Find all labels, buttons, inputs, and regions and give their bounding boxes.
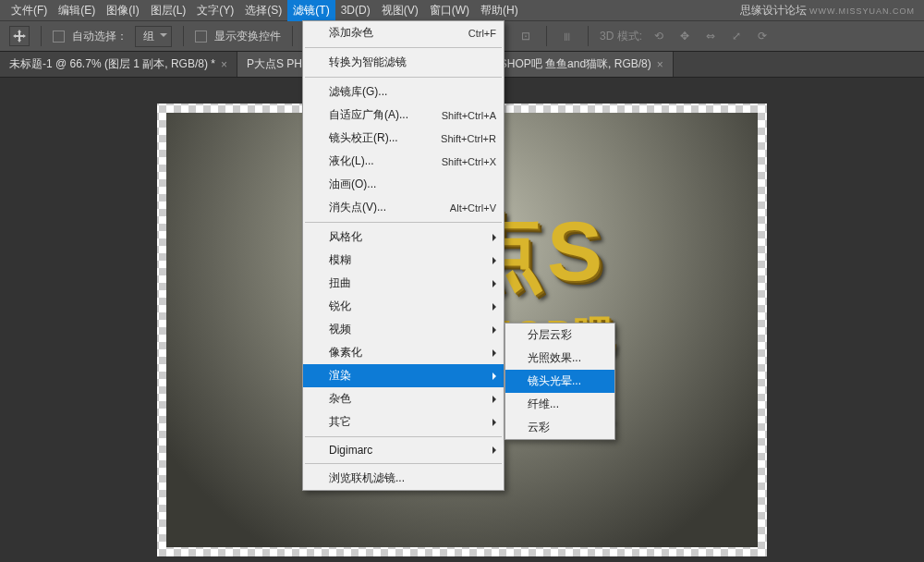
filter-digimarc[interactable]: Digimarc <box>303 440 504 460</box>
3d-scale-icon[interactable]: ⤢ <box>727 27 746 45</box>
auto-select-checkbox[interactable] <box>53 31 65 43</box>
3d-orbit-icon[interactable]: ⟲ <box>650 27 668 45</box>
show-transform-label: 显示变换控件 <box>214 29 281 44</box>
watermark-url: WWW.MISSYUAN.COM <box>809 6 915 16</box>
distribute-icon-3[interactable]: ⫼ <box>558 27 577 45</box>
menu-select[interactable]: 选择(S) <box>239 0 287 21</box>
menu-3d[interactable]: 3D(D) <box>335 1 376 19</box>
filter-lens-correct[interactable]: 镜头校正(R)...Shift+Ctrl+R <box>303 127 504 150</box>
3d-pan-icon[interactable]: ✥ <box>675 27 694 45</box>
render-lighting[interactable]: 光照效果... <box>505 347 614 370</box>
watermark: 思缘设计论坛 WWW.MISSYUAN.COM <box>740 3 915 18</box>
3d-mode-label: 3D 模式: <box>600 29 642 44</box>
move-tool-icon[interactable] <box>9 26 30 46</box>
filter-repeat[interactable]: 添加杂色Ctrl+F <box>303 21 504 44</box>
menu-layer[interactable]: 图层(L) <box>145 0 192 21</box>
filter-render[interactable]: 渲染 <box>303 364 504 387</box>
render-lens-flare[interactable]: 镜头光晕... <box>505 370 614 393</box>
menu-view[interactable]: 视图(V) <box>376 0 424 21</box>
filter-oilpaint[interactable]: 油画(O)... <box>303 173 504 196</box>
render-fibers[interactable]: 纤维... <box>505 393 614 416</box>
filter-stylize[interactable]: 风格化 <box>303 226 504 249</box>
tab-2[interactable]: P大点S PH <box>237 52 312 77</box>
filter-gallery[interactable]: 滤镜库(G)... <box>303 80 504 104</box>
tab-1[interactable]: 未标题-1 @ 66.7% (图层 1 副本, RGB/8) * × <box>0 52 237 77</box>
render-clouds-diff[interactable]: 分层云彩 <box>505 324 614 347</box>
auto-select-label: 自动选择： <box>72 29 128 44</box>
filter-menu: 添加杂色Ctrl+F 转换为智能滤镜 滤镜库(G)... 自适应广角(A)...… <box>302 20 505 491</box>
3d-rotate-icon[interactable]: ⟳ <box>753 27 772 45</box>
menu-edit[interactable]: 编辑(E) <box>53 0 101 21</box>
filter-liquify[interactable]: 液化(L)...Shift+Ctrl+X <box>303 150 504 173</box>
filter-adaptive[interactable]: 自适应广角(A)...Shift+Ctrl+A <box>303 104 504 127</box>
show-transform-checkbox[interactable] <box>195 31 207 43</box>
tab-2-label: P大点S PH <box>247 56 302 72</box>
menu-type[interactable]: 文字(Y) <box>191 0 239 21</box>
filter-noise[interactable]: 杂色 <box>303 387 504 410</box>
render-clouds[interactable]: 云彩 <box>505 416 614 439</box>
filter-other[interactable]: 其它 <box>303 410 504 434</box>
menu-filter[interactable]: 滤镜(T) <box>287 0 334 21</box>
3d-slide-icon[interactable]: ⇔ <box>701 27 720 45</box>
filter-vanishing[interactable]: 消失点(V)...Alt+Ctrl+V <box>303 196 504 219</box>
render-submenu: 分层云彩 光照效果... 镜头光晕... 纤维... 云彩 <box>505 323 615 440</box>
tab-3-close-icon[interactable]: × <box>657 58 663 71</box>
menu-help[interactable]: 帮助(H) <box>475 0 524 21</box>
menu-window[interactable]: 窗口(W) <box>424 0 475 21</box>
align-icon-6[interactable]: ⊡ <box>517 27 535 45</box>
tab-1-close-icon[interactable]: × <box>221 58 227 71</box>
filter-video[interactable]: 视频 <box>303 318 504 341</box>
filter-pixelate[interactable]: 像素化 <box>303 341 504 364</box>
auto-select-dropdown[interactable]: 组 <box>135 26 172 47</box>
menu-bar: 文件(F) 编辑(E) 图像(I) 图层(L) 文字(Y) 选择(S) 滤镜(T… <box>0 0 924 20</box>
filter-blur[interactable]: 模糊 <box>303 249 504 272</box>
filter-browse[interactable]: 浏览联机滤镜... <box>303 467 504 490</box>
watermark-title: 思缘设计论坛 <box>740 4 807 17</box>
filter-distort[interactable]: 扭曲 <box>303 272 504 295</box>
filter-sharpen[interactable]: 锐化 <box>303 295 504 318</box>
filter-smart[interactable]: 转换为智能滤镜 <box>303 51 504 74</box>
tab-1-label: 未标题-1 @ 66.7% (图层 1 副本, RGB/8) * <box>9 56 215 72</box>
menu-file[interactable]: 文件(F) <box>6 0 53 21</box>
menu-image[interactable]: 图像(I) <box>101 0 144 21</box>
